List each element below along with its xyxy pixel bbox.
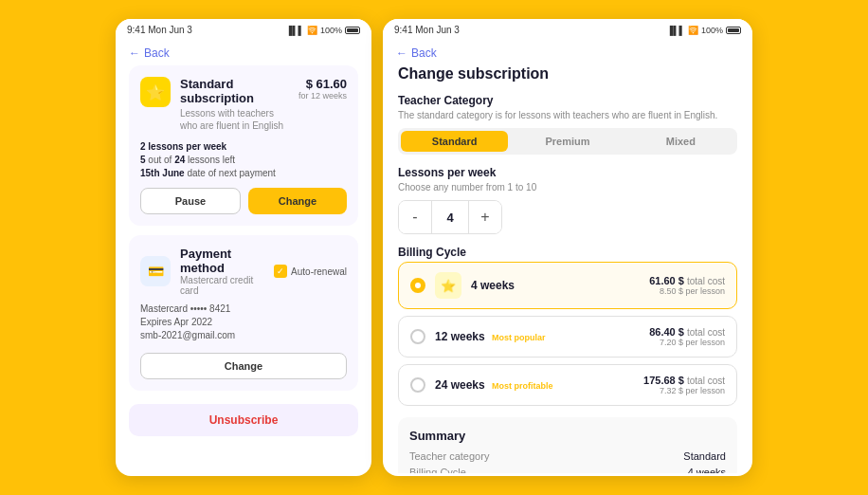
payment-title: Payment method <box>180 247 264 275</box>
lessons-left-row: 5 out of 24 lessons left <box>140 155 347 165</box>
billing-price-24weeks: 175.68 $ total cost 7.32 $ per lesson <box>643 375 725 395</box>
tab-standard[interactable]: Standard <box>401 131 508 152</box>
radio-12weeks <box>410 329 425 344</box>
subscription-actions: Pause Change <box>140 188 347 214</box>
star-icon: ⭐ <box>140 77 171 107</box>
teacher-category-title: Teacher Category <box>398 94 737 107</box>
lessons-per-week-section: Lessons per week Choose any number from … <box>398 166 737 234</box>
summary-section: Summary Teacher category Standard Billin… <box>398 417 737 473</box>
left-back-label: Back <box>144 46 170 60</box>
right-battery-icon <box>726 27 741 34</box>
left-phone-screen: 9:41 Mon Jun 3 ▐▌▌ 🛜 100% ← Back ⭐ Stand… <box>116 19 371 476</box>
change-subscription-button[interactable]: Change <box>248 188 347 214</box>
stepper-plus-button[interactable]: + <box>469 201 501 233</box>
billing-price-4weeks: 61.60 $ total cost 8.50 $ per lesson <box>649 275 725 296</box>
billing-per-12: 7.20 $ per lesson <box>649 338 725 347</box>
right-battery: 100% <box>701 26 723 35</box>
billing-weeks-4: 4 weeks <box>471 279 640 292</box>
billing-per-24: 7.32 $ per lesson <box>643 386 725 395</box>
left-screen-content: ⭐ Standard subscription Lessons with tea… <box>116 65 371 473</box>
billing-option-12weeks[interactable]: 12 weeks Most popular 86.40 $ total cost… <box>398 316 737 358</box>
subscription-subtitle: Lessons with teachers who are fluent in … <box>180 107 289 132</box>
right-back-nav[interactable]: ← Back <box>383 41 752 65</box>
stepper-minus-button[interactable]: - <box>399 201 431 233</box>
lessons-section-desc: Choose any number from 1 to 10 <box>398 182 737 192</box>
stepper-value: 4 <box>431 201 469 233</box>
summary-row-teacher: Teacher category Standard <box>409 450 726 462</box>
page-title: Change subscription <box>398 65 737 82</box>
subscription-price-block: $ 61.60 for 12 weeks <box>298 77 347 101</box>
auto-renewal-checkbox[interactable]: ✓ <box>274 265 287 278</box>
right-back-label: Back <box>411 46 437 60</box>
billing-per-4: 8.50 $ per lesson <box>649 286 725 296</box>
billing-option-24weeks[interactable]: 24 weeks Most profitable 175.68 $ total … <box>398 364 737 406</box>
change-payment-button[interactable]: Change <box>140 353 347 379</box>
next-payment-row: 15th June date of next payment <box>140 168 347 178</box>
right-signal-icon: ▐▌▌ <box>667 26 685 35</box>
right-back-arrow-icon: ← <box>396 46 407 60</box>
teacher-category-desc: The standard category is for lessons wit… <box>398 110 737 120</box>
billing-label-4weeks: 4 weeks <box>471 279 640 292</box>
radio-4weeks <box>410 278 425 293</box>
next-payment-label: date of next payment <box>187 168 275 178</box>
summary-label-teacher: Teacher category <box>409 450 489 462</box>
payment-subtitle: Mastercard credit card <box>180 275 264 296</box>
lessons-total: 24 <box>174 155 185 165</box>
billing-price-12weeks: 86.40 $ total cost 7.20 $ per lesson <box>649 326 725 347</box>
subscription-title-block: Standard subscription Lessons with teach… <box>180 77 289 132</box>
left-time: 9:41 Mon Jun 3 <box>127 25 192 35</box>
radio-24weeks <box>410 377 425 393</box>
teacher-category-section: Teacher Category The standard category i… <box>398 94 737 155</box>
left-back-nav[interactable]: ← Back <box>116 41 371 65</box>
billing-cycle-section: Billing Cycle ⭐ 4 weeks 61.60 $ total co… <box>398 246 737 406</box>
payment-title-block: Payment method Mastercard credit card <box>180 247 264 296</box>
summary-row-billing: Billing Cycle 4 weeks <box>409 467 726 473</box>
payment-card-icon: 💳 <box>140 256 171 286</box>
billing-cycle-title: Billing Cycle <box>398 246 737 259</box>
right-status-bar: 9:41 Mon Jun 3 ▐▌▌ 🛜 100% <box>383 19 752 41</box>
payment-card: 💳 Payment method Mastercard credit card … <box>129 235 358 391</box>
lessons-per-week-row: 2 lessons per week <box>140 141 347 152</box>
billing-total-24: 175.68 $ total cost <box>643 375 725 386</box>
card-number-row: Mastercard ••••• 8421 <box>140 303 347 314</box>
auto-renewal-toggle[interactable]: ✓ Auto-renewal <box>274 265 347 278</box>
category-tabs: Standard Premium Mixed <box>398 128 737 155</box>
right-phone-screen: 9:41 Mon Jun 3 ▐▌▌ 🛜 100% ← Back Change … <box>383 19 752 476</box>
right-time: 9:41 Mon Jun 3 <box>394 25 460 35</box>
left-status-bar: 9:41 Mon Jun 3 ▐▌▌ 🛜 100% <box>116 19 371 41</box>
billing-label-12weeks: 12 weeks Most popular <box>435 330 640 343</box>
left-wifi-icon: 🛜 <box>307 26 317 35</box>
back-arrow-icon: ← <box>129 46 140 60</box>
next-payment-date: 15th June <box>140 168 185 178</box>
subscription-title: Standard subscription <box>180 77 289 105</box>
subscription-details: 2 lessons per week 5 out of 24 lessons l… <box>140 141 347 178</box>
summary-value-teacher: Standard <box>683 450 726 462</box>
card-expires-row: Expires Apr 2022 <box>140 317 347 327</box>
subscription-card: ⭐ Standard subscription Lessons with tea… <box>129 65 358 226</box>
auto-renewal-label: Auto-renewal <box>291 266 347 277</box>
billing-icon-4weeks: ⭐ <box>435 272 461 299</box>
unsubscribe-button[interactable]: Unsubscribe <box>129 404 358 436</box>
left-signal-icon: ▐▌▌ <box>286 26 304 35</box>
lessons-section-title: Lessons per week <box>398 166 737 179</box>
lessons-left-value: 5 <box>140 155 146 165</box>
billing-weeks-12: 12 weeks Most popular <box>435 330 640 343</box>
payment-details: Mastercard ••••• 8421 Expires Apr 2022 s… <box>140 303 347 340</box>
tab-mixed[interactable]: Mixed <box>627 131 734 152</box>
summary-label-billing: Billing Cycle <box>409 467 466 473</box>
card-email-row: smb-2021@gmail.com <box>140 330 347 340</box>
right-wifi-icon: 🛜 <box>688 26 698 35</box>
summary-title: Summary <box>409 429 726 443</box>
payment-header: 💳 Payment method Mastercard credit card … <box>140 247 347 296</box>
tab-premium[interactable]: Premium <box>514 131 621 152</box>
billing-total-12: 86.40 $ total cost <box>649 326 725 338</box>
left-battery-icon <box>345 27 360 34</box>
subscription-period: for 12 weeks <box>298 91 347 101</box>
summary-value-billing: 4 weeks <box>688 467 726 473</box>
pause-button[interactable]: Pause <box>140 188 241 214</box>
subscription-price: $ 61.60 <box>298 77 347 91</box>
billing-option-4weeks[interactable]: ⭐ 4 weeks 61.60 $ total cost 8.50 $ per … <box>398 262 737 309</box>
lessons-left-suffix: lessons left <box>188 155 235 165</box>
billing-weeks-24: 24 weeks Most profitable <box>435 378 634 392</box>
right-screen-content: Change subscription Teacher Category The… <box>383 65 752 473</box>
